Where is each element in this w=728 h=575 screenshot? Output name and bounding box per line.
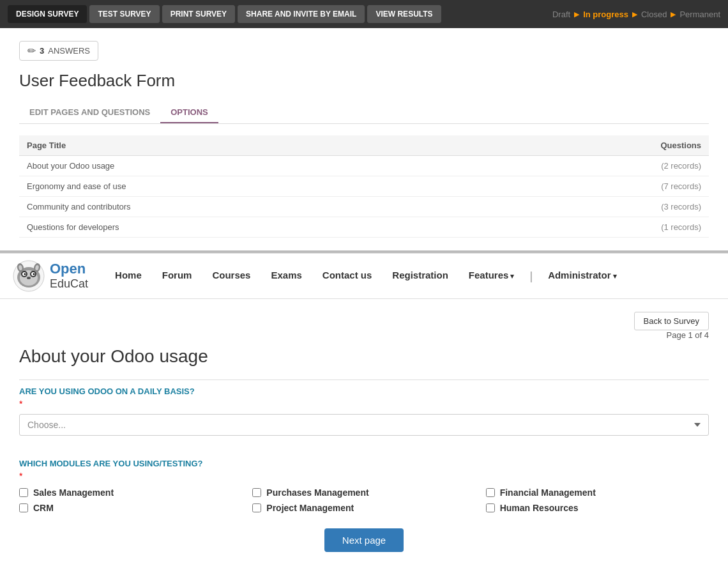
page-questions-cell: (7 records) [489,176,709,197]
logo-educat: EduCat [50,277,88,291]
page-title-cell: Questions for developers [19,217,489,238]
question-1-label: ARE YOU USING ODOO ON A DAILY BASIS? [19,387,709,396]
nav-courses[interactable]: Courses [202,257,261,296]
page-questions-cell: (1 records) [489,217,709,238]
table-row[interactable]: About your Odoo usage(2 records) [19,156,709,176]
answers-label: ANSWERS [48,46,90,56]
question-1-section: ARE YOU USING ODOO ON A DAILY BASIS? * C… [19,387,709,447]
pages-table: Page Title Questions About your Odoo usa… [19,135,709,238]
design-survey-button[interactable]: DESIGN SURVEY [8,5,87,23]
checkbox-sales-label: Sales Management [33,487,114,498]
checkbox-purchases-input[interactable] [252,488,261,497]
back-to-survey-button[interactable]: Back to Survey [634,312,709,330]
nav-administrator[interactable]: Administrator [538,257,626,296]
checkbox-crm-input[interactable] [19,503,28,512]
survey-tabs: EDIT PAGES AND QUESTIONS OPTIONS [19,102,709,124]
status-inprogress: In progress [583,10,628,19]
checkbox-sales-input[interactable] [19,488,28,497]
print-survey-button[interactable]: PRINT SURVEY [162,5,235,23]
table-row[interactable]: Ergonomy and ease of use(7 records) [19,176,709,197]
status-closed: Closed [641,10,667,19]
view-results-button[interactable]: VIEW RESULTS [367,5,441,23]
survey-content: Back to Survey Page 1 of 4 About your Od… [0,299,728,575]
page-title-cell: Ergonomy and ease of use [19,176,489,197]
checkbox-hr-input[interactable] [486,503,495,512]
checkbox-purchases[interactable]: Purchases Management [252,487,475,498]
page-title-cell: About your Odoo usage [19,156,489,176]
logo-text: Open EduCat [50,261,88,291]
checkbox-project-input[interactable] [252,503,261,512]
logo-open: Open [50,261,88,277]
status-draft: Draft [552,10,570,19]
survey-panel: ✏ 3 ANSWERS User Feedback Form EDIT PAGE… [0,28,728,253]
test-survey-button[interactable]: TEST SURVEY [89,5,159,23]
status-arrow-2: ▶ [632,10,637,19]
share-invite-button[interactable]: SHARE AND INVITE BY EMAIL [238,5,365,23]
status-arrow-1: ▶ [574,10,579,19]
checkbox-hr[interactable]: Human Resources [486,503,709,513]
question-1-select[interactable]: Choose... [19,414,709,436]
question-2-required: * [19,471,709,481]
nav-bar: Open EduCat Home Forum Courses Exams Con… [0,254,728,299]
checkbox-crm[interactable]: CRM [19,503,242,513]
checkbox-financial-input[interactable] [486,488,495,497]
col-questions: Questions [489,135,709,156]
toolbar: DESIGN SURVEY TEST SURVEY PRINT SURVEY S… [0,0,728,28]
table-row[interactable]: Questions for developers(1 records) [19,217,709,238]
checkbox-financial[interactable]: Financial Management [486,487,709,498]
checkbox-grid: Sales Management Purchases Management Fi… [19,487,709,513]
survey-page-title: About your Odoo usage [19,346,709,367]
page-title-cell: Community and contributors [19,197,489,217]
tab-options[interactable]: OPTIONS [160,102,218,123]
table-row[interactable]: Community and contributors(3 records) [19,197,709,217]
survey-title: User Feedback Form [19,71,709,91]
website-section: Open EduCat Home Forum Courses Exams Con… [0,253,728,575]
nav-contact[interactable]: Contact us [312,257,383,296]
question-1-required: * [19,399,709,409]
checkbox-hr-label: Human Resources [500,503,579,513]
svg-point-9 [27,277,31,279]
checkbox-project[interactable]: Project Management [252,503,475,513]
divider-1 [19,379,709,380]
status-permanent: Permanent [679,10,720,19]
checkbox-sales[interactable]: Sales Management [19,487,242,498]
checkbox-project-label: Project Management [266,503,354,513]
next-page-area: Next page [19,528,709,562]
svg-point-7 [24,273,26,275]
next-page-button[interactable]: Next page [324,528,404,552]
answers-count: 3 [40,46,44,56]
question-2-section: WHICH MODULES ARE YOU USING/TESTING? * S… [19,459,709,513]
page-questions-cell: (2 records) [489,156,709,176]
question-2-label: WHICH MODULES ARE YOU USING/TESTING? [19,459,709,468]
nav-logo[interactable]: Open EduCat [13,254,98,298]
toolbar-buttons: DESIGN SURVEY TEST SURVEY PRINT SURVEY S… [8,5,441,23]
status-arrow-3: ▶ [671,10,676,19]
page-questions-cell: (3 records) [489,197,709,217]
status-bar: Draft ▶ In progress ▶ Closed ▶ Permanent [552,10,720,19]
answers-badge[interactable]: ✏ 3 ANSWERS [19,41,98,61]
checkbox-financial-label: Financial Management [500,487,596,498]
logo-icon [13,260,45,292]
nav-separator: | [524,257,538,296]
tab-edit-pages[interactable]: EDIT PAGES AND QUESTIONS [19,102,160,123]
nav-links: Home Forum Courses Exams Contact us Regi… [105,257,715,296]
checkbox-crm-label: CRM [33,503,54,513]
col-page-title: Page Title [19,135,489,156]
checkbox-purchases-label: Purchases Management [266,487,368,498]
nav-registration[interactable]: Registration [382,257,459,296]
nav-home[interactable]: Home [105,257,152,296]
svg-point-8 [33,273,35,275]
page-indicator: Page 1 of 4 [19,330,709,340]
nav-features[interactable]: Features [459,257,525,296]
nav-exams[interactable]: Exams [261,257,312,296]
nav-forum[interactable]: Forum [152,257,202,296]
